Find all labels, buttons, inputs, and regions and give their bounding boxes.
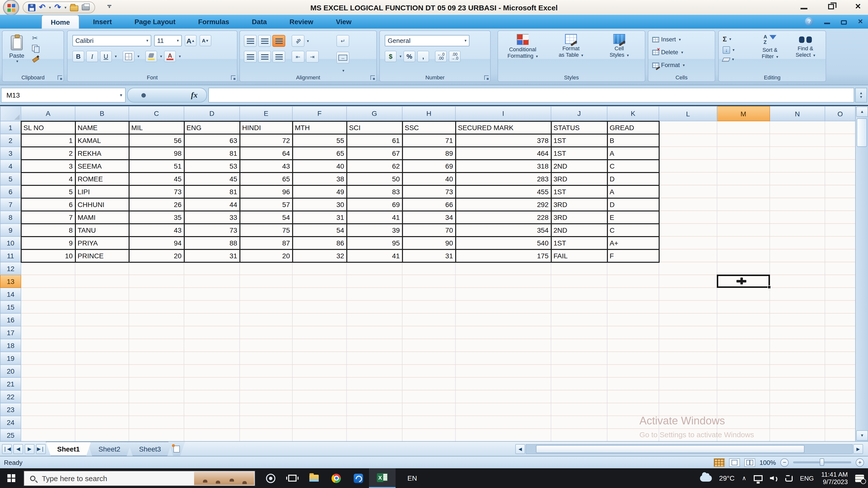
- row-header-1[interactable]: 1: [0, 121, 21, 134]
- cell-O14[interactable]: [825, 288, 856, 300]
- cell-C19[interactable]: [129, 352, 184, 365]
- col-header-D[interactable]: D: [184, 106, 240, 121]
- cell-D25[interactable]: [184, 429, 240, 441]
- cell-D23[interactable]: [184, 403, 240, 416]
- cell-H6[interactable]: 73: [402, 185, 456, 198]
- cell-H17[interactable]: [402, 326, 456, 339]
- row-header-3[interactable]: 3: [0, 147, 21, 160]
- font-dialog-launcher-icon[interactable]: [231, 76, 236, 80]
- start-button[interactable]: [0, 468, 23, 488]
- ribbon-tab-insert[interactable]: Insert: [84, 15, 121, 29]
- row-header-4[interactable]: 4: [0, 160, 21, 172]
- cell-I16[interactable]: [456, 313, 551, 326]
- cell-N4[interactable]: [770, 160, 825, 172]
- cell-E19[interactable]: [240, 352, 292, 365]
- cell-C4[interactable]: 51: [129, 160, 184, 172]
- row-header-25[interactable]: 25: [0, 429, 21, 441]
- notification-center-icon[interactable]: [855, 475, 864, 482]
- zoom-slider-thumb[interactable]: [820, 458, 824, 466]
- align-middle-button[interactable]: [258, 35, 271, 47]
- weather-cloud-icon[interactable]: [700, 475, 712, 481]
- cell-F22[interactable]: [292, 390, 346, 403]
- cell-M2[interactable]: [717, 134, 770, 147]
- cell-L4[interactable]: [659, 160, 717, 172]
- cell-I11[interactable]: 175: [456, 249, 551, 262]
- row-header-6[interactable]: 6: [0, 185, 21, 198]
- cell-K8[interactable]: E: [607, 211, 659, 224]
- cell-N9[interactable]: [770, 224, 825, 236]
- sheet-tab-sheet1[interactable]: Sheet1: [46, 442, 91, 456]
- increase-indent-button[interactable]: ⇥: [306, 51, 319, 63]
- cell-H21[interactable]: [402, 377, 456, 390]
- cell-A20[interactable]: [21, 365, 75, 377]
- cell-A19[interactable]: [21, 352, 75, 365]
- cell-J24[interactable]: [551, 416, 607, 429]
- align-top-button[interactable]: [244, 35, 257, 47]
- cell-M19[interactable]: [717, 352, 770, 365]
- cell-E1[interactable]: HINDI: [240, 121, 292, 134]
- number-dialog-launcher-icon[interactable]: [484, 76, 489, 80]
- cell-G20[interactable]: [346, 365, 402, 377]
- cell-O22[interactable]: [825, 390, 856, 403]
- cell-K19[interactable]: [607, 352, 659, 365]
- cell-A14[interactable]: [21, 288, 75, 300]
- cell-I17[interactable]: [456, 326, 551, 339]
- cell-G7[interactable]: 69: [346, 198, 402, 211]
- cell-C8[interactable]: 35: [129, 211, 184, 224]
- cell-B24[interactable]: [75, 416, 129, 429]
- cell-A15[interactable]: [21, 300, 75, 313]
- cell-L21[interactable]: [659, 377, 717, 390]
- cell-I9[interactable]: 354: [456, 224, 551, 236]
- cell-O7[interactable]: [825, 198, 856, 211]
- cell-C2[interactable]: 56: [129, 134, 184, 147]
- fill-handle[interactable]: [768, 285, 771, 289]
- cell-O5[interactable]: [825, 172, 856, 185]
- cell-I12[interactable]: [456, 262, 551, 275]
- next-sheet-button[interactable]: ▶: [25, 444, 34, 454]
- cell-L2[interactable]: [659, 134, 717, 147]
- fill-color-button[interactable]: [145, 51, 157, 62]
- cell-I7[interactable]: 292: [456, 198, 551, 211]
- col-header-L[interactable]: L: [659, 106, 717, 121]
- cell-A9[interactable]: 8: [21, 224, 75, 236]
- cell-J10[interactable]: 1ST: [551, 236, 607, 249]
- cell-D13[interactable]: [184, 275, 240, 288]
- cell-L14[interactable]: [659, 288, 717, 300]
- cell-C12[interactable]: [129, 262, 184, 275]
- font-size-select[interactable]: 11▾: [154, 35, 182, 46]
- cell-B8[interactable]: MAMI: [75, 211, 129, 224]
- cell-D14[interactable]: [184, 288, 240, 300]
- cell-M20[interactable]: [717, 365, 770, 377]
- cell-N17[interactable]: [770, 326, 825, 339]
- col-header-A[interactable]: A: [21, 106, 75, 121]
- cell-H7[interactable]: 66: [402, 198, 456, 211]
- cell-K15[interactable]: [607, 300, 659, 313]
- cell-F14[interactable]: [292, 288, 346, 300]
- cell-B20[interactable]: [75, 365, 129, 377]
- row-header-11[interactable]: 11: [0, 249, 21, 262]
- col-header-M[interactable]: M: [717, 106, 770, 121]
- cell-A23[interactable]: [21, 403, 75, 416]
- cell-G13[interactable]: [346, 275, 402, 288]
- cell-I3[interactable]: 464: [456, 147, 551, 160]
- cell-F1[interactable]: MTH: [292, 121, 346, 134]
- row-header-23[interactable]: 23: [0, 403, 21, 416]
- cell-L3[interactable]: [659, 147, 717, 160]
- cell-I25[interactable]: [456, 429, 551, 441]
- cell-C14[interactable]: [129, 288, 184, 300]
- cell-F21[interactable]: [292, 377, 346, 390]
- cell-L1[interactable]: [659, 121, 717, 134]
- page-break-view-button[interactable]: [744, 458, 755, 466]
- cell-I6[interactable]: 455: [456, 185, 551, 198]
- cell-K6[interactable]: A: [607, 185, 659, 198]
- help-button[interactable]: ?: [805, 17, 813, 26]
- row-header-24[interactable]: 24: [0, 416, 21, 429]
- col-header-C[interactable]: C: [129, 106, 184, 121]
- zoom-in-button[interactable]: +: [856, 458, 864, 466]
- vertical-scrollbar-thumb[interactable]: [857, 118, 867, 147]
- cell-A22[interactable]: [21, 390, 75, 403]
- cell-I24[interactable]: [456, 416, 551, 429]
- cell-E12[interactable]: [240, 262, 292, 275]
- cell-G17[interactable]: [346, 326, 402, 339]
- merge-center-button[interactable]: ↔: [337, 52, 349, 64]
